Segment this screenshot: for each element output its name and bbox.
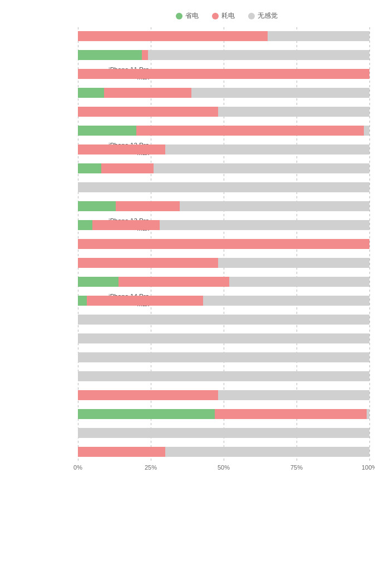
bar-track [78,88,369,98]
bar-segment-gray [203,296,369,306]
bar-segment-gray [165,447,369,457]
bar-segment-gray [268,31,369,41]
legend-item-green: 省电 [176,11,199,21]
bar-segment-gray [148,50,369,60]
bar-track [78,371,369,381]
bar-segment-pink [78,239,369,249]
bar-segment-pink [78,258,218,268]
bar-track [78,201,369,211]
bar-segment-gray [218,258,369,268]
bar-track [78,428,369,438]
table-row: iPhone SE 第2代 [78,348,369,366]
bar-segment-gray [78,352,369,362]
table-row: iPhone 14 Pro [78,273,369,291]
x-tick: 75% [290,464,303,471]
table-row: iPhone 12 [78,84,369,102]
bar-track [78,239,369,249]
bar-track [78,315,369,325]
bar-track [78,69,369,79]
legend-label-pink: 耗电 [221,11,235,21]
bar-segment-gray [218,107,369,117]
bar-segment-green [78,409,215,419]
bar-segment-gray [78,333,369,343]
bar-track [78,390,369,400]
bar-track [78,447,369,457]
bar-segment-gray [165,144,369,155]
bar-segment-pink [78,107,218,117]
bar-segment-pink [136,126,364,136]
rows-wrapper: iPhone 11iPhone 11 ProiPhone 11 Pro Maxi… [78,27,369,461]
table-row: iPhone 14 [78,235,369,253]
bar-segment-green [78,163,101,173]
legend-item-gray: 无感觉 [248,11,278,21]
bar-segment-gray [78,315,369,325]
bar-track [78,144,369,155]
bar-track [78,352,369,362]
bar-track [78,277,369,287]
legend-dot-green [176,13,182,19]
bar-segment-pink [92,220,160,230]
bar-segment-pink [215,409,366,419]
bar-segment-gray [160,220,369,230]
legend: 省电 耗电 无感觉 [0,11,375,21]
bar-segment-pink [116,201,180,211]
bar-segment-gray [154,163,369,173]
bar-segment-gray [78,371,369,381]
bar-segment-gray [218,390,369,400]
table-row: iPhone 12 mini [78,103,369,121]
bar-segment-pink [78,447,165,457]
bar-segment-pink [78,390,218,400]
bar-segment-green [78,88,104,98]
bar-segment-green [78,201,116,211]
bar-track [78,409,369,419]
bar-track [78,126,369,136]
table-row: iPhone 13 mini [78,178,369,196]
bar-segment-gray [229,277,369,287]
table-row: iPhone 8 [78,311,369,328]
table-row: iPhone 13 Pro Max [78,216,369,234]
bar-track [78,31,369,41]
x-tick: 25% [145,464,157,471]
bar-segment-green [78,277,119,287]
legend-label-gray: 无感觉 [258,11,278,21]
chart-container: 省电 耗电 无感觉 iPhone 11iPhone 11 ProiPhone 1… [0,6,375,492]
bar-track [78,220,369,230]
bar-segment-green [78,296,87,306]
table-row: iPhone 8 Plus [78,330,369,347]
bar-segment-green [78,220,92,230]
table-row: iPhone XR [78,405,369,423]
bar-track [78,107,369,117]
table-row: iPhone XS [78,424,369,442]
table-row: iPhone 12 Pro Max [78,141,369,158]
table-row: iPhone SE 第3代 [78,367,369,385]
bar-segment-pink [119,277,229,287]
bar-segment-pink [142,50,147,60]
table-row: iPhone 14 Plus [78,254,369,272]
bar-segment-green [78,50,142,60]
x-tick: 50% [218,464,230,471]
x-axis: 0%25%50%75%100% [0,464,375,475]
bar-track [78,258,369,268]
table-row: iPhone X [78,386,369,404]
bar-segment-pink [78,31,268,41]
bar-segment-gray [367,409,369,419]
bar-track [78,182,369,192]
bar-segment-pink [87,296,204,306]
bar-segment-pink [78,144,165,155]
bar-segment-gray [78,182,369,192]
table-row: iPhone 11 [78,27,369,45]
x-tick: 100% [362,464,375,471]
bar-segment-gray [78,428,369,438]
legend-label-green: 省电 [185,11,199,21]
table-row: iPhone 14 Pro Max [78,292,369,310]
bar-segment-pink [104,88,191,98]
bar-track [78,296,369,306]
table-row: iPhone 12 Pro [78,122,369,139]
bar-segment-gray [364,126,369,136]
table-row: iPhone 11 Pro [78,46,369,64]
bar-track [78,333,369,343]
legend-dot-gray [248,13,255,19]
x-axis-inner: 0%25%50%75%100% [78,464,369,475]
legend-dot-pink [212,13,219,19]
bar-track [78,50,369,60]
